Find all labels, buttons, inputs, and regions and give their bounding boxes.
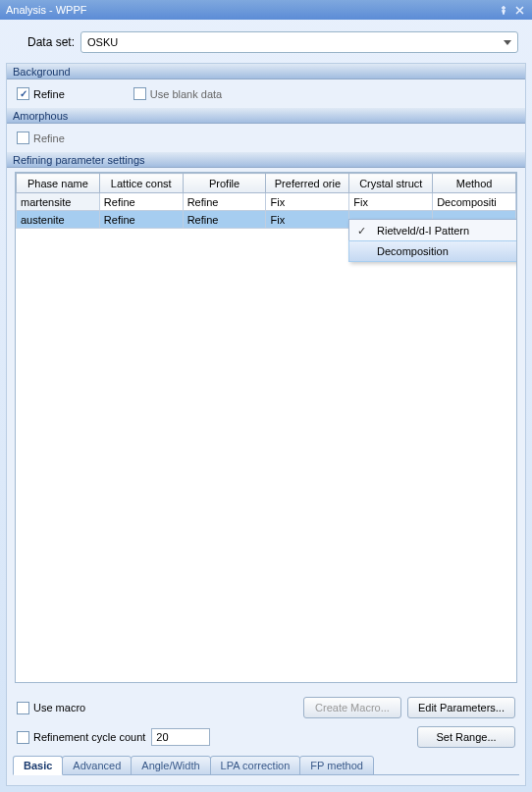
column-header[interactable]: Phase name [17,174,100,193]
edit-parameters-button[interactable]: Edit Parameters... [407,697,515,718]
amorphous-refine-checkbox[interactable]: Refine [17,132,65,144]
window-title: Analysis - WPPF [6,4,495,16]
dataset-value: OSKU [87,36,118,48]
table-cell[interactable]: martensite [17,193,100,211]
titlebar: Analysis - WPPF [0,0,532,20]
table-row[interactable]: martensiteRefineRefineFixFixDecompositi [17,193,516,211]
tab-advanced[interactable]: Advanced [62,756,132,775]
background-body: Refine Use blank data [7,79,525,108]
column-header[interactable]: Method [433,174,516,193]
refinement-cycle-checkbox[interactable]: Refinement cycle count [17,731,145,744]
background-refine-checkbox[interactable]: Refine [17,87,65,100]
tab-angle-width[interactable]: Angle/Width [131,756,210,775]
checkbox-box [133,87,146,100]
use-blank-data-checkbox[interactable]: Use blank data [133,87,222,100]
checkbox-box [17,702,29,714]
checkbox-label: Refine [33,88,65,100]
context-menu-label: Decomposition [377,245,449,257]
close-icon[interactable] [512,3,526,17]
bottom-controls: Use macro Create Macro... Edit Parameter… [7,691,525,756]
check-icon: ✓ [357,225,366,238]
tab-fp-method[interactable]: FP method [299,756,374,775]
context-menu-label: Rietveld/d-I Pattern [377,225,469,237]
checkbox-box [17,87,29,100]
main-panel: Background Refine Use blank data Amorpho… [6,63,526,786]
tab-lpa-correction[interactable]: LPA correction [210,756,301,775]
column-header[interactable]: Profile [183,174,266,193]
column-header[interactable]: Lattice const [99,174,183,193]
create-macro-button[interactable]: Create Macro... [303,697,401,718]
method-context-menu: ✓Rietveld/d-I PatternDecomposition [348,219,517,262]
context-menu-item[interactable]: Decomposition [348,240,517,262]
checkbox-label: Use macro [33,702,85,713]
dataset-row: Data set: OSKU [0,20,532,63]
checkbox-label: Use blank data [150,88,222,100]
refining-header: Refining parameter settings [7,152,525,168]
amorphous-header: Amorphous [7,108,525,124]
parameter-table-area: Phase nameLattice constProfilePreferred … [15,172,517,683]
table-cell[interactable]: Fix [266,211,349,229]
use-macro-checkbox[interactable]: Use macro [17,702,85,714]
dataset-select[interactable]: OSKU [80,31,518,53]
column-header[interactable]: Preferred orie [266,174,349,193]
context-menu-item[interactable]: ✓Rietveld/d-I Pattern [349,220,517,241]
table-cell[interactable]: Fix [349,193,433,211]
set-range-button[interactable]: Set Range... [417,726,515,748]
table-cell[interactable]: austenite [17,211,100,229]
table-cell[interactable]: Fix [266,193,349,211]
tab-bar: BasicAdvancedAngle/WidthLPA correctionFP… [7,756,525,775]
table-cell[interactable]: Refine [183,193,266,211]
table-cell[interactable]: Decompositi [433,193,516,211]
table-cell[interactable]: Refine [99,211,183,229]
checkbox-box [17,132,29,144]
background-header: Background [7,64,525,79]
amorphous-body: Refine [7,124,525,152]
checkbox-label: Refine [33,132,65,144]
checkbox-box [17,731,29,744]
tab-basic[interactable]: Basic [13,756,63,775]
column-header[interactable]: Crystal struct [349,174,433,193]
analysis-window: Analysis - WPPF Data set: OSKU Backgroun… [0,0,532,792]
refinement-cycle-input[interactable] [151,728,210,746]
checkbox-label: Refinement cycle count [33,731,145,743]
table-cell[interactable]: Refine [183,211,266,229]
pin-icon[interactable] [497,3,510,17]
table-cell[interactable]: Refine [99,193,183,211]
dataset-label: Data set: [27,35,75,49]
